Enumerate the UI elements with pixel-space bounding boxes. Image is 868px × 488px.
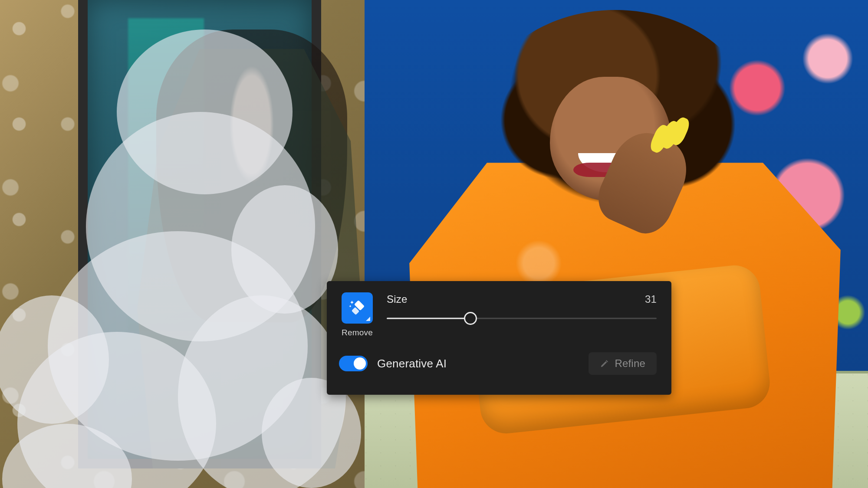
slider-track-fill [387,318,470,319]
pencil-icon [600,359,609,368]
foreground-person [391,10,859,488]
refine-button-label: Refine [615,357,645,370]
editor-canvas: Remove Size 31 Generative AI [0,0,868,488]
generative-ai-label: Generative AI [377,357,447,370]
slider-thumb[interactable] [464,312,477,325]
generative-ai-toggle[interactable] [339,356,368,371]
remove-tool-label: Remove [342,328,373,337]
size-slider-label: Size [387,293,408,305]
flyout-corner-icon [366,317,370,321]
size-slider-value: 31 [645,293,657,305]
eraser-sparkle-icon [348,299,366,317]
size-slider[interactable] [387,310,657,327]
refine-button[interactable]: Refine [589,352,657,375]
remove-tool-button[interactable] [342,292,373,324]
toggle-knob [354,357,366,370]
remove-tool-panel: Remove Size 31 Generative AI [327,281,671,395]
